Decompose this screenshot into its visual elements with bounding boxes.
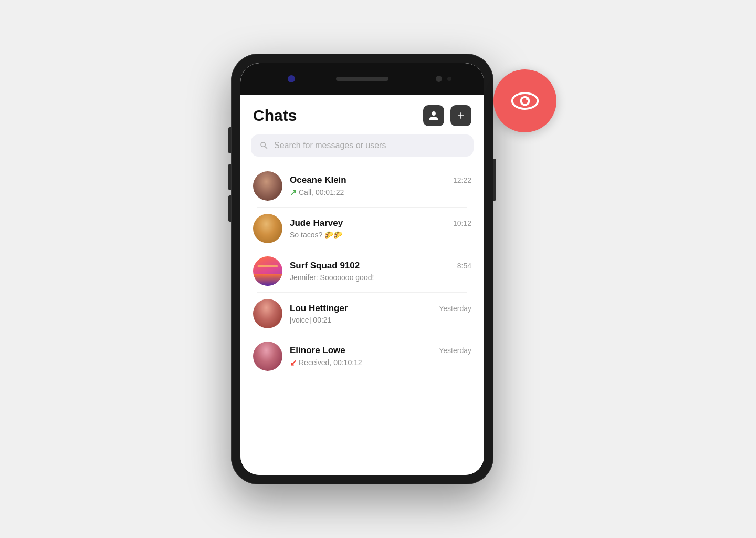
chat-item-lou[interactable]: Lou Hettinger Yesterday [voice] 00:21 [247, 293, 478, 335]
chat-info-surf: Surf Squad 9102 8:54 Jennifer: Sooooooo … [290, 261, 471, 282]
chat-time: 10:12 [453, 219, 471, 227]
avatar-oceane [253, 171, 282, 201]
speaker [336, 77, 388, 81]
chat-item-surf[interactable]: Surf Squad 9102 8:54 Jennifer: Sooooooo … [247, 250, 478, 292]
chat-time: Yesterday [439, 304, 471, 313]
phone-wrapper: Chats [231, 54, 525, 484]
eye-icon [509, 85, 541, 117]
person-icon [428, 110, 439, 121]
avatar-elinore [253, 342, 282, 371]
chat-time: Yesterday [439, 346, 471, 355]
front-camera [288, 75, 295, 82]
chat-item-oceane[interactable]: Oceane Klein 12:22 ↗ Call, 00:01:22 [247, 165, 478, 207]
eye-badge [494, 69, 556, 132]
search-placeholder: Search for messages or users [274, 141, 386, 150]
preview-text: Received, 00:10:12 [299, 358, 362, 367]
chat-item-elinore[interactable]: Elinore Lowe Yesterday ↙ Received, 00:10… [247, 335, 478, 377]
chat-name-row: Surf Squad 9102 8:54 [290, 261, 471, 271]
chats-header: Chats [240, 95, 484, 134]
chat-preview: Jennifer: Sooooooo good! [290, 273, 471, 282]
chat-name: Oceane Klein [290, 175, 346, 185]
chat-item-jude[interactable]: Jude Harvey 10:12 So tacos? 🌮🌮 [247, 208, 478, 250]
search-bar[interactable]: Search for messages or users [251, 134, 474, 157]
chat-preview: ↙ Received, 00:10:12 [290, 358, 471, 368]
preview-text: Call, 00:01:22 [299, 188, 344, 196]
chat-time: 8:54 [457, 262, 471, 270]
chat-info-lou: Lou Hettinger Yesterday [voice] 00:21 [290, 303, 471, 324]
chat-info-elinore: Elinore Lowe Yesterday ↙ Received, 00:10… [290, 345, 471, 368]
add-icon [456, 110, 466, 121]
contact-button[interactable] [423, 105, 444, 126]
camera-sensor [436, 76, 442, 82]
chat-name-row: Jude Harvey 10:12 [290, 218, 471, 229]
chat-name-row: Lou Hettinger Yesterday [290, 303, 471, 314]
chat-name-row: Oceane Klein 12:22 [290, 175, 471, 185]
sensor-dot [447, 77, 452, 81]
search-icon [259, 141, 269, 150]
outgoing-call-arrow: ↗ [290, 188, 297, 198]
svg-point-3 [526, 98, 528, 100]
chat-preview: So tacos? 🌮🌮 [290, 231, 471, 239]
chats-title: Chats [253, 107, 297, 125]
chat-preview: [voice] 00:21 [290, 316, 471, 324]
chat-info-oceane: Oceane Klein 12:22 ↗ Call, 00:01:22 [290, 175, 471, 198]
phone-screen: Chats [240, 63, 484, 475]
preview-text: So tacos? 🌮🌮 [290, 231, 342, 239]
chat-time: 12:22 [453, 176, 471, 184]
preview-text: Jennifer: Sooooooo good! [290, 273, 374, 282]
header-icons [423, 105, 471, 126]
avatar-surf [253, 256, 282, 286]
chat-name: Jude Harvey [290, 218, 343, 229]
chat-name: Surf Squad 9102 [290, 261, 360, 271]
preview-text: [voice] 00:21 [290, 316, 331, 324]
chat-preview: ↗ Call, 00:01:22 [290, 188, 471, 198]
app-content: Chats [240, 95, 484, 475]
chat-info-jude: Jude Harvey 10:12 So tacos? 🌮🌮 [290, 218, 471, 239]
add-chat-button[interactable] [450, 105, 471, 126]
phone-shell: Chats [231, 54, 494, 484]
chat-name-row: Elinore Lowe Yesterday [290, 345, 471, 356]
chat-list: Oceane Klein 12:22 ↗ Call, 00:01:22 [240, 165, 484, 377]
chat-name: Lou Hettinger [290, 303, 348, 314]
incoming-call-arrow: ↙ [290, 358, 297, 368]
avatar-lou [253, 299, 282, 328]
chat-name: Elinore Lowe [290, 345, 345, 356]
phone-notch [240, 63, 484, 95]
avatar-jude [253, 214, 282, 243]
